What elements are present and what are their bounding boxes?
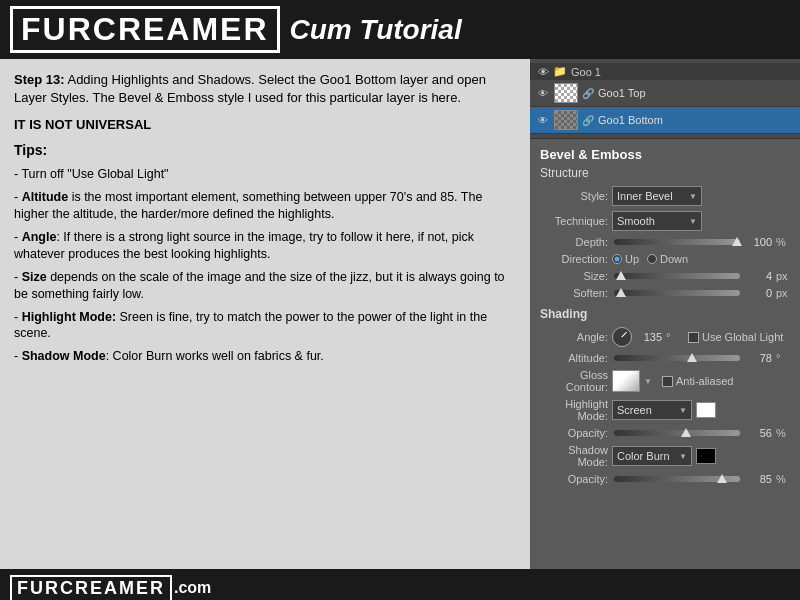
shadow-color-swatch[interactable] [696,448,716,464]
footer-logo: FURCREAMER [10,575,172,601]
size-value: 4 [746,270,772,282]
highlight-mode-row: Highlight Mode: Screen ▼ [540,398,790,422]
altitude-slider[interactable] [614,355,740,361]
shadow-opacity-label: Opacity: [540,473,608,485]
tip-3-prefix: - [14,230,22,244]
style-dropdown[interactable]: Inner Bevel ▼ [612,186,702,206]
soften-value: 0 [746,287,772,299]
highlight-color-swatch[interactable] [696,402,716,418]
tip-3-text: : If there is a strong light source in t… [14,230,474,261]
layer-thumb-top [554,83,578,103]
gloss-contour-preview[interactable] [612,370,640,392]
layer-row-bottom[interactable]: 👁 🔗 Goo1 Bottom [530,107,800,134]
technique-dropdown-arrow: ▼ [689,217,697,226]
angle-row: Angle: 135 ° Use Global Light [540,327,790,347]
technique-row: Technique: Smooth ▼ [540,211,790,231]
chain-icon-top: 🔗 [582,88,594,99]
global-light-checkbox-item[interactable]: Use Global Light [688,331,783,343]
style-value: Inner Bevel [617,190,673,202]
size-slider-handle [616,271,626,280]
angle-label: Angle: [540,331,608,343]
shadow-opacity-unit: % [776,473,790,485]
altitude-row: Altitude: 78 ° [540,352,790,364]
soften-label: Soften: [540,287,608,299]
gloss-label: Gloss Contour: [540,369,608,393]
size-unit: px [776,270,790,282]
gloss-row: Gloss Contour: ▼ Anti-aliased [540,369,790,393]
tip-4-text: depends on the scale of the image and th… [14,270,505,301]
main-content: Step 13: Adding Highlights and Shadows. … [0,59,800,569]
size-label: Size: [540,270,608,282]
layers-folder-icon: 📁 [553,65,567,78]
eye-icon-bottom[interactable]: 👁 [536,113,550,127]
step-description: Step 13: Adding Highlights and Shadows. … [14,71,516,107]
depth-label: Depth: [540,236,608,248]
anti-aliased-checkbox[interactable] [662,376,673,387]
anti-aliased-item[interactable]: Anti-aliased [662,375,733,387]
header-logo: FURCREAMER [10,6,280,53]
tip-2-bold: Altitude [22,190,69,204]
direction-up-label: Up [625,253,639,265]
depth-slider-handle [732,237,742,246]
soften-unit: px [776,287,790,299]
layer-name-top: Goo1 Top [598,87,646,99]
angle-unit: ° [666,331,680,343]
tip-5-prefix: - [14,310,22,324]
tip-2: - Altitude is the most important element… [14,189,516,223]
tip-6-bold: Shadow Mode [22,349,106,363]
layer-thumb-bottom [554,110,578,130]
shadow-mode-value: Color Burn [617,450,670,462]
highlight-opacity-label: Opacity: [540,427,608,439]
highlight-opacity-slider[interactable] [614,430,740,436]
direction-down-label: Down [660,253,688,265]
shadow-opacity-handle [717,474,727,483]
highlight-dropdown-arrow: ▼ [679,406,687,415]
tip-3: - Angle: If there is a strong light sour… [14,229,516,263]
highlight-mode-label: Highlight Mode: [540,398,608,422]
tip-2-text: is the most important element, something… [14,190,482,221]
tip-5-bold: Highlight Mode: [22,310,116,324]
size-slider[interactable] [614,273,740,279]
shadow-dropdown-arrow: ▼ [679,452,687,461]
depth-value: 100 [746,236,772,248]
depth-row: Depth: 100 % [540,236,790,248]
shadow-opacity-slider[interactable] [614,476,740,482]
altitude-value: 78 [746,352,772,364]
anti-aliased-label: Anti-aliased [676,375,733,387]
style-dropdown-arrow: ▼ [689,192,697,201]
direction-up-option[interactable]: Up [612,253,639,265]
angle-line [621,332,627,338]
gloss-dropdown-arrow[interactable]: ▼ [644,377,652,386]
highlight-opacity-unit: % [776,427,790,439]
direction-down-radio[interactable] [647,254,657,264]
bevel-panel: Bevel & Emboss Structure Style: Inner Be… [530,139,800,569]
layer-row-top[interactable]: 👁 🔗 Goo1 Top [530,80,800,107]
depth-slider[interactable] [614,239,740,245]
footer-domain: .com [174,579,211,597]
tip-1-text: - Turn off "Use Global Light" [14,167,169,181]
technique-label: Technique: [540,215,608,227]
global-light-checkbox[interactable] [688,332,699,343]
direction-down-option[interactable]: Down [647,253,688,265]
soften-slider[interactable] [614,290,740,296]
direction-up-radio[interactable] [612,254,622,264]
eye-icon-top[interactable]: 👁 [536,86,550,100]
layer-name-bottom: Goo1 Bottom [598,114,663,126]
angle-widget[interactable] [612,327,632,347]
highlight-mode-value: Screen [617,404,652,416]
size-row: Size: 4 px [540,270,790,282]
altitude-unit: ° [776,352,790,364]
layers-group-name: Goo 1 [571,66,601,78]
highlight-opacity-value: 56 [746,427,772,439]
global-light-label: Use Global Light [702,331,783,343]
footer: FURCREAMER .com [0,569,800,600]
shadow-mode-dropdown[interactable]: Color Burn ▼ [612,446,692,466]
structure-title: Structure [540,166,790,180]
direction-label: Direction: [540,253,608,265]
highlight-mode-dropdown[interactable]: Screen ▼ [612,400,692,420]
tip-4-bold: Size [22,270,47,284]
highlight-opacity-row: Opacity: 56 % [540,427,790,439]
technique-dropdown[interactable]: Smooth ▼ [612,211,702,231]
depth-unit: % [776,236,790,248]
tip-2-prefix: - [14,190,22,204]
